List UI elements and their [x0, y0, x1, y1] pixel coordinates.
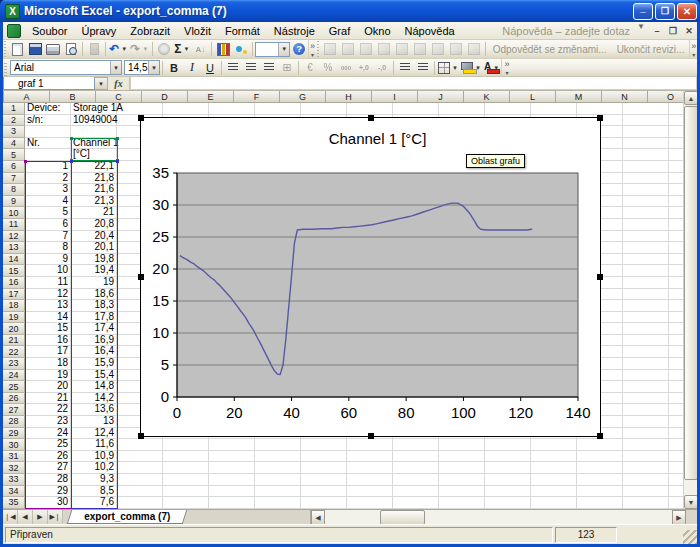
cell[interactable]	[623, 126, 669, 138]
cell[interactable]	[623, 486, 669, 498]
comma-style-button[interactable]	[337, 59, 355, 76]
cell[interactable]	[485, 462, 531, 474]
cell[interactable]	[623, 474, 669, 486]
cell[interactable]	[669, 289, 683, 301]
restore-workbook-button[interactable]	[665, 22, 681, 39]
drawing-button[interactable]	[232, 41, 250, 58]
column-header[interactable]: F	[234, 91, 280, 102]
row-header[interactable]: 23	[3, 358, 25, 370]
cell[interactable]	[347, 474, 393, 486]
column-header[interactable]: M	[556, 91, 602, 102]
row-header[interactable]: 18	[3, 300, 25, 312]
cell[interactable]: 6	[25, 219, 71, 231]
row-header[interactable]: 12	[3, 231, 25, 243]
row-header[interactable]: 35	[3, 497, 25, 509]
cell[interactable]	[255, 439, 301, 451]
chart-selection-handle[interactable]	[368, 115, 374, 121]
minimize-button[interactable]	[633, 3, 653, 20]
chart-object[interactable]: 05101520253035020406080100120140Channel …	[140, 117, 601, 437]
vertical-scroll-thumb[interactable]	[684, 106, 697, 480]
increase-indent-button[interactable]	[414, 59, 432, 76]
cell[interactable]	[485, 486, 531, 498]
horizontal-scroll-thumb[interactable]	[380, 510, 425, 525]
cell[interactable]	[623, 265, 669, 277]
row-header[interactable]: 24	[3, 370, 25, 382]
chart-selection-handle[interactable]	[138, 115, 144, 121]
cell[interactable]	[117, 103, 163, 115]
align-center-button[interactable]	[242, 59, 260, 76]
cell[interactable]: s/n:	[25, 115, 71, 127]
cell[interactable]: 20,1	[71, 242, 117, 254]
column-header[interactable]: E	[188, 91, 234, 102]
format-painter-button[interactable]	[85, 41, 103, 58]
cell[interactable]	[209, 103, 255, 115]
chart-selection-handle[interactable]	[597, 433, 603, 439]
help-question-box[interactable]: Nápověda – zadejte dotaz	[502, 22, 633, 39]
row-header[interactable]: 6	[3, 161, 25, 173]
cell[interactable]	[439, 451, 485, 463]
autosum-button[interactable]: ▼	[173, 41, 191, 58]
cell[interactable]	[669, 242, 683, 254]
cell[interactable]	[669, 161, 683, 173]
cell[interactable]	[623, 323, 669, 335]
insert-function-icon[interactable]	[108, 77, 130, 90]
first-sheet-icon[interactable]: ❘◀	[3, 510, 18, 524]
chart-selection-handle[interactable]	[138, 274, 144, 280]
cell[interactable]	[669, 265, 683, 277]
horizontal-scrollbar[interactable]: ◀ ▶	[310, 510, 686, 525]
next-comment-icon[interactable]	[357, 41, 375, 58]
cell[interactable]: 9,3	[71, 474, 117, 486]
name-box-dropdown-icon[interactable]	[95, 77, 108, 90]
cell[interactable]	[577, 497, 623, 509]
cell[interactable]: Nr.	[25, 138, 71, 150]
row-header[interactable]: 19	[3, 312, 25, 324]
cell[interactable]	[623, 404, 669, 416]
font-name-combobox[interactable]: Arial	[10, 60, 122, 75]
menu-item[interactable]: Formát	[218, 22, 267, 39]
row-header[interactable]: 27	[3, 404, 25, 416]
cell[interactable]	[531, 486, 577, 498]
row-header[interactable]: 14	[3, 254, 25, 266]
cell[interactable]	[669, 358, 683, 370]
toolbar-grip[interactable]	[3, 59, 8, 76]
cell[interactable]	[623, 115, 669, 127]
cell[interactable]	[531, 451, 577, 463]
cell[interactable]	[393, 486, 439, 498]
cell[interactable]	[209, 439, 255, 451]
menu-item[interactable]: Graf	[322, 22, 357, 39]
cell[interactable]	[393, 474, 439, 486]
previous-comment-icon[interactable]	[339, 41, 357, 58]
scroll-right-icon[interactable]: ▶	[672, 510, 686, 525]
row-header[interactable]: 20	[3, 323, 25, 335]
column-header[interactable]: B	[50, 91, 96, 102]
cell[interactable]	[347, 451, 393, 463]
cell[interactable]	[301, 103, 347, 115]
cell[interactable]	[669, 138, 683, 150]
cell[interactable]	[347, 103, 393, 115]
row-header[interactable]: 21	[3, 335, 25, 347]
cell[interactable]	[347, 497, 393, 509]
column-header[interactable]: L	[510, 91, 556, 102]
cell[interactable]	[577, 439, 623, 451]
row-header[interactable]: 13	[3, 242, 25, 254]
cell[interactable]	[163, 474, 209, 486]
cell[interactable]	[623, 173, 669, 185]
create-task-icon[interactable]	[429, 41, 447, 58]
scroll-down-icon[interactable]	[684, 495, 697, 509]
print-preview-button[interactable]	[62, 41, 80, 58]
sort-ascending-button[interactable]	[191, 41, 209, 58]
sheet-tab-active[interactable]: export_comma (7)	[67, 510, 188, 524]
cell[interactable]: 28	[25, 474, 71, 486]
row-header[interactable]: 16	[3, 277, 25, 289]
cell[interactable]	[209, 462, 255, 474]
question-box-dropdown-icon[interactable]: ▼	[633, 22, 649, 39]
print-button[interactable]	[44, 41, 62, 58]
cell[interactable]: 10949004	[71, 115, 117, 127]
cell[interactable]	[623, 219, 669, 231]
cell[interactable]	[301, 451, 347, 463]
cell[interactable]	[623, 289, 669, 301]
cell[interactable]	[623, 335, 669, 347]
cell[interactable]	[439, 439, 485, 451]
row-header[interactable]: 30	[3, 439, 25, 451]
cell[interactable]	[485, 439, 531, 451]
